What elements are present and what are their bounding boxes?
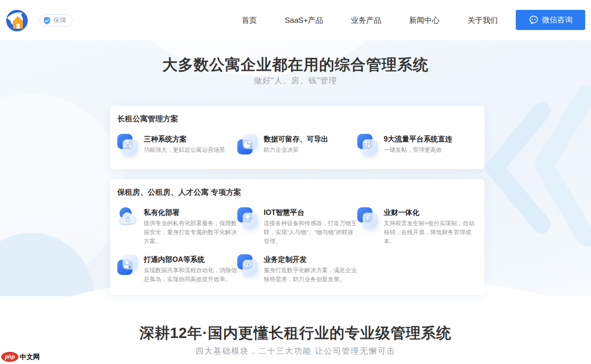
org-chart-icon — [117, 134, 138, 154]
nav-item-news-center[interactable]: 新闻中心 — [409, 15, 440, 26]
guarantee-badge: 保障 — [39, 14, 73, 26]
long-rent-solution-card: 长租公寓管理方案 三种系统方案 功能强大，更贴近公寓运营场景 — [110, 106, 484, 169]
feature-custom-development: 业务定制开发 量身打造数字化解决方案，满足企业独特需求，助力业务创新发展。 — [237, 254, 357, 284]
company-logo-icon[interactable] — [5, 9, 29, 32]
feature-title: 打通内部OA等系统 — [144, 254, 237, 264]
section2-subtitle: 四大基础模块，二十三大功能 让公司管理无懈可击 — [0, 346, 591, 356]
cloud-lock-icon — [117, 207, 138, 228]
php-logo-icon: php — [1, 352, 18, 362]
feature-three-system-plans: 三种系统方案 功能强大，更贴近公寓运营场景 — [117, 134, 237, 154]
main-nav: 首页 SaaS+产品 业务产品 新闻中心 关于我们 — [242, 0, 498, 40]
card1-features: 三种系统方案 功能强大，更贴近公寓运营场景 数据可留存、可导出 助力企业决策 — [117, 134, 477, 154]
wechat-consult-button[interactable]: 微信咨询 — [516, 10, 585, 30]
pie-chart-icon — [237, 134, 258, 154]
chevron-decor-icon — [475, 58, 591, 251]
feature-desc: 连接各种设备和传感器，打造万物互联，实现"人与物"、"物与物"的联接管理。 — [264, 219, 357, 246]
chat-bubble-icon — [529, 15, 539, 25]
feature-desc: 提供专业的私有化部署服务，保障数据安全，量身打造专属的数字化解决方案。 — [144, 219, 237, 246]
feature-title: 数据可留存、可导出 — [264, 134, 328, 143]
feature-desc: 支持权责发生制+收付实现制；自动核销，在线开票，降低财务管理成本。 — [384, 219, 477, 246]
feature-platform-connect: 9大流量平台系统直连 一键发帖，管理更高效 — [357, 134, 477, 154]
feature-desc: 实现数据共享和流程自动化，消除信息孤岛，实现协同高效提升效率。 — [144, 266, 237, 284]
svg-text:¥: ¥ — [365, 214, 370, 222]
section2-title: 深耕12年·国内更懂长租行业的专业级管理系统 — [0, 323, 591, 343]
php-cn-watermark: php 中文网 — [1, 352, 40, 362]
yuan-icon: ¥ — [357, 207, 378, 228]
person-sync-icon — [117, 254, 138, 275]
card1-header: 长租公寓管理方案 — [117, 114, 477, 124]
guarantee-badge-label: 保障 — [53, 17, 67, 25]
feature-title: 业务定制开发 — [264, 254, 357, 264]
feature-desc: 一键发帖，管理更高效 — [384, 146, 452, 154]
special-solution-card: 保租房、公租房、人才公寓 专项方案 私有化部署 提供专业的私有化部署服务，保障数… — [110, 179, 484, 295]
nav-item-home[interactable]: 首页 — [242, 15, 257, 26]
card2-features: 私有化部署 提供专业的私有化部署服务，保障数据安全，量身打造专属的数字化解决方案… — [117, 207, 477, 284]
nav-item-about-us[interactable]: 关于我们 — [467, 15, 498, 26]
feature-title: 私有化部署 — [144, 207, 237, 217]
feature-oa-integration: 打通内部OA等系统 实现数据共享和流程自动化，消除信息孤岛，实现协同高效提升效率… — [117, 254, 237, 284]
feature-iot-platform: IOT智慧平台 连接各种设备和传感器，打造万物互联，实现"人与物"、"物与物"的… — [237, 207, 357, 246]
feature-private-deploy: 私有化部署 提供专业的私有化部署服务，保障数据安全，量身打造专属的数字化解决方案… — [117, 207, 237, 246]
bulb-icon — [237, 207, 258, 228]
feature-title: 业财一体化 — [384, 207, 477, 217]
feature-data-export: 数据可留存、可导出 助力企业决策 — [237, 134, 357, 154]
card2-header: 保租房、公租房、人才公寓 专项方案 — [117, 187, 477, 197]
feature-desc: 功能强大，更贴近公寓运营场景 — [144, 146, 225, 154]
nav-item-saas-products[interactable]: SaaS+产品 — [285, 15, 323, 26]
code-icon — [237, 254, 258, 275]
wechat-consult-label: 微信咨询 — [542, 15, 573, 25]
feature-desc: 量身打造数字化解决方案，满足企业独特需求，助力业务创新发展。 — [264, 266, 357, 284]
watermark-text: 中文网 — [20, 353, 40, 361]
feature-title: 三种系统方案 — [144, 134, 225, 143]
nav-item-business-products[interactable]: 业务产品 — [351, 15, 381, 26]
feature-title: IOT智慧平台 — [264, 207, 357, 217]
hero-subtitle: 做好"人、房、钱"管理 — [0, 75, 591, 86]
feature-finance-integration: ¥ 业财一体化 支持权责发生制+收付实现制；自动核销，在线开票，降低财务管理成本… — [357, 207, 477, 246]
hero-title: 大多数公寓企业都在用的综合管理系统 — [0, 55, 591, 75]
sync-arrows-icon — [357, 134, 378, 154]
shield-check-icon — [43, 16, 51, 25]
top-navigation-bar: 保障 首页 SaaS+产品 业务产品 新闻中心 关于我们 微信咨询 — [0, 0, 591, 40]
feature-title: 9大流量平台系统直连 — [384, 134, 452, 143]
feature-desc: 助力企业决策 — [264, 146, 328, 154]
